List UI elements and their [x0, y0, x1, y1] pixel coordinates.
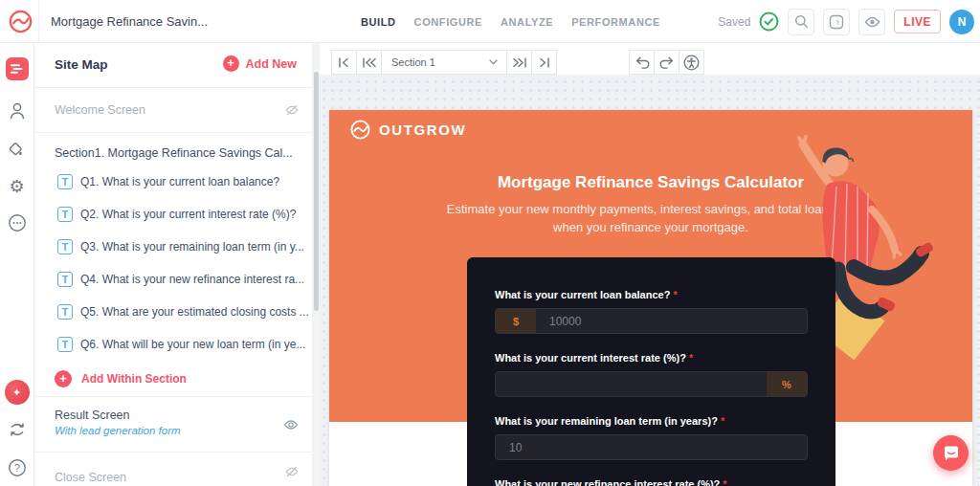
site-map-header: Site Map + Add New: [34, 43, 312, 88]
saved-status: Saved: [718, 15, 750, 29]
outgrow-builder-app: Mortgage Refinance Savin... BUILD CONFIG…: [0, 0, 980, 486]
add-new-button[interactable]: + Add New: [223, 55, 297, 72]
redo-button[interactable]: [654, 50, 679, 75]
tab-analyze[interactable]: ANALYZE: [501, 16, 553, 28]
first-screen-button[interactable]: [331, 50, 357, 75]
currency-prefix: $: [496, 309, 536, 333]
remaining-term-input[interactable]: [496, 435, 807, 459]
sitemap-item-section1[interactable]: Section1. Mortgage Refinance Savings Cal…: [34, 133, 312, 166]
settings-gear-icon[interactable]: ⚙: [9, 176, 24, 196]
live-button[interactable]: LIVE: [894, 10, 941, 33]
plus-icon: +: [55, 370, 72, 387]
visible-eye-icon[interactable]: [283, 419, 299, 431]
help-icon[interactable]: ?: [8, 458, 27, 477]
sitemap-item-close-screen[interactable]: Close Screen: [34, 453, 312, 486]
chat-bubble-icon: [943, 445, 960, 462]
form-field-remaining-term: What is your remaining loan term (in yea…: [495, 415, 808, 460]
prev-screen-button[interactable]: [356, 50, 382, 75]
plus-icon: +: [223, 55, 239, 72]
required-marker: *: [673, 289, 677, 300]
required-marker: *: [721, 415, 724, 427]
text-input-type-icon: T: [57, 207, 73, 222]
topbar-actions: Saved LIVE N: [718, 0, 974, 43]
lead-gen-note: With lead generation form: [55, 425, 312, 436]
chat-launcher-button[interactable]: [933, 435, 969, 471]
last-screen-button[interactable]: [531, 50, 557, 75]
hidden-eye-off-icon[interactable]: [285, 104, 299, 116]
sitemap-scrollbar[interactable]: [313, 43, 320, 486]
ai-assist-button[interactable]: ✦: [5, 380, 30, 405]
required-marker: *: [689, 352, 693, 364]
question-form-card: What is your current loan balance?* $ Wh…: [467, 257, 835, 486]
sitemap-item-q2[interactable]: T Q2. What is your current interest rate…: [34, 198, 312, 231]
site-map-title: Site Map: [55, 57, 108, 72]
left-icon-rail: ⚙ ✦ ?: [0, 43, 34, 486]
sync-loop-icon[interactable]: [8, 422, 26, 437]
screen-nav-group: Section 1: [331, 50, 557, 75]
tab-configure[interactable]: CONFIGURE: [414, 16, 482, 28]
hidden-eye-off-icon[interactable]: [285, 466, 299, 477]
build-sitemap-icon[interactable]: [6, 57, 29, 80]
more-options-icon[interactable]: [8, 213, 27, 232]
saved-check-icon: [759, 11, 779, 32]
site-map-panel: Site Map + Add New Welcome Screen Sectio…: [34, 43, 313, 486]
percent-suffix: %: [767, 372, 807, 396]
history-group: [629, 50, 704, 75]
sitemap-item-result-screen[interactable]: Result Screen With lead generation form: [34, 397, 312, 453]
loan-balance-input[interactable]: [536, 309, 807, 333]
text-input-type-icon: T: [57, 337, 73, 352]
top-bar: Mortgage Refinance Savin... BUILD CONFIG…: [0, 0, 980, 43]
design-paint-icon[interactable]: [8, 140, 26, 158]
form-field-loan-balance: What is your current loan balance?* $: [495, 289, 808, 334]
user-avatar[interactable]: N: [949, 10, 974, 34]
text-input-type-icon: T: [57, 174, 73, 189]
tab-performance[interactable]: PERFORMANCE: [571, 16, 660, 28]
undo-button[interactable]: [629, 50, 655, 75]
layout-versions-button[interactable]: [823, 9, 850, 35]
text-input-type-icon: T: [57, 304, 73, 320]
sitemap-item-q3[interactable]: T Q3. What is your remaining loan term (…: [34, 231, 312, 263]
search-button[interactable]: [788, 9, 814, 35]
preview-eye-button[interactable]: [858, 9, 885, 35]
builder-workspace: Section 1: [320, 43, 980, 486]
tab-build[interactable]: BUILD: [361, 16, 396, 28]
accessibility-button[interactable]: [679, 50, 704, 75]
form-field-current-rate: What is your current interest rate (%)?*…: [495, 352, 808, 397]
calculator-brand: OUTGROW: [349, 119, 466, 141]
sitemap-item-welcome-screen[interactable]: Welcome Screen: [34, 88, 312, 133]
text-input-type-icon: T: [57, 239, 73, 254]
sitemap-item-q1[interactable]: T Q1. What is your current loan balance?: [34, 166, 312, 198]
main-nav: BUILD CONFIGURE ANALYZE PERFORMANCE: [361, 0, 660, 43]
next-screen-button[interactable]: [506, 50, 532, 75]
chevron-down-icon: [489, 59, 498, 65]
sitemap-item-q5[interactable]: T Q5. What are your estimated closing co…: [34, 296, 312, 328]
project-title[interactable]: Mortgage Refinance Savin...: [51, 0, 208, 43]
calculator-preview: OUTGROW Mortgage Refinance Savings Calcu…: [329, 110, 972, 486]
outgrow-logo-icon[interactable]: [8, 9, 33, 34]
leads-person-icon[interactable]: [9, 101, 26, 120]
topbar-divider: [38, 0, 39, 43]
current-rate-input[interactable]: [496, 372, 767, 396]
scrollbar-thumb[interactable]: [314, 72, 319, 311]
required-marker: *: [723, 478, 726, 486]
form-field-new-rate: What is your new refinance interest rate…: [495, 478, 808, 486]
outgrow-brand-icon: [349, 119, 371, 141]
text-input-type-icon: T: [57, 272, 73, 287]
sitemap-item-q4[interactable]: T Q4. What is your new refinance interes…: [34, 263, 312, 296]
section-selector[interactable]: Section 1: [381, 50, 507, 75]
sitemap-item-q6[interactable]: T Q6. What will be your new loan term (i…: [34, 328, 312, 361]
svg-text:?: ?: [14, 463, 20, 474]
add-within-section-button[interactable]: + Add Within Section: [34, 361, 312, 397]
